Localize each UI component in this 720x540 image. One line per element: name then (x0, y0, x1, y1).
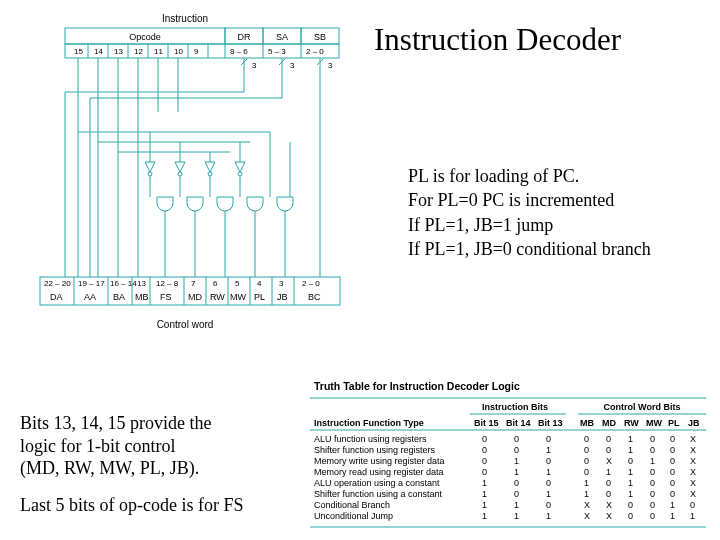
note-line: Bits 13, 14, 15 provide the (20, 412, 300, 435)
table-cell: 0 (670, 445, 675, 455)
table-cell: 1 (670, 500, 675, 510)
table-cell: 1 (628, 467, 633, 477)
table-cell: X (584, 511, 590, 521)
svg-text:DA: DA (50, 292, 63, 302)
table-cell: 1 (628, 478, 633, 488)
svg-text:14: 14 (94, 47, 103, 56)
table-cell: 0 (628, 500, 633, 510)
table-cell: X (584, 500, 590, 510)
table-cell: 0 (514, 445, 519, 455)
table-cell: 1 (546, 467, 551, 477)
table-cell: X (690, 478, 696, 488)
note-line: logic for 1-bit control (20, 435, 300, 458)
svg-text:Bit 15: Bit 15 (474, 418, 499, 428)
table-cell: X (690, 489, 696, 499)
bus-widths: 3 3 3 (241, 58, 333, 72)
side-line: If PL=1, JB=0 conditional branch (408, 237, 651, 261)
diag-bottom-label: Control word (157, 319, 214, 330)
svg-text:15: 15 (74, 47, 83, 56)
table-cell: 1 (546, 489, 551, 499)
side-line: PL is for loading of PC. (408, 164, 651, 188)
table-cell: X (690, 445, 696, 455)
svg-text:PL: PL (668, 418, 680, 428)
svg-text:19 – 17: 19 – 17 (78, 279, 105, 288)
cw-bit-labels: 22 – 20 19 – 17 16 – 14 13 12 – 8 7 6 5 … (44, 279, 320, 288)
svg-text:MD: MD (188, 292, 202, 302)
table-cell: 0 (670, 489, 675, 499)
table-cell: X (606, 500, 612, 510)
table-cell: 0 (650, 434, 655, 444)
table-cell: 0 (514, 434, 519, 444)
field-opcode: Opcode (129, 32, 161, 42)
svg-text:AA: AA (84, 292, 96, 302)
table-cell: 0 (628, 511, 633, 521)
table-cell: 0 (482, 445, 487, 455)
svg-text:RW: RW (210, 292, 225, 302)
table-cell: X (606, 511, 612, 521)
note-line: (MD, RW, MW, PL, JB). (20, 457, 300, 480)
side-line: For PL=0 PC is incremented (408, 188, 651, 212)
svg-text:16 – 14: 16 – 14 (110, 279, 137, 288)
table-cell: 1 (628, 489, 633, 499)
table-cell: 1 (514, 467, 519, 477)
table-cell: 0 (690, 500, 695, 510)
table-cell: 0 (546, 500, 551, 510)
svg-text:Bit 14: Bit 14 (506, 418, 531, 428)
svg-text:MW: MW (646, 418, 662, 428)
side-notes: PL is for loading of PC. For PL=0 PC is … (408, 164, 651, 261)
svg-text:MD: MD (602, 418, 616, 428)
table-cell: 0 (514, 478, 519, 488)
svg-rect-5 (65, 44, 339, 58)
th-group: Instruction Bits (482, 402, 548, 412)
svg-text:5: 5 (235, 279, 240, 288)
table-cell: 1 (628, 445, 633, 455)
table-cell: Unconditional Jump (314, 511, 393, 521)
table-cell: Conditional Branch (314, 500, 390, 510)
table-cell: ALU function using registers (314, 434, 427, 444)
cw-field-labels: DA AA BA MB FS MD RW MW PL JB BC (50, 292, 321, 302)
table-cell: 0 (606, 434, 611, 444)
table-cell: 1 (482, 511, 487, 521)
table-cell: 0 (482, 456, 487, 466)
svg-text:12: 12 (134, 47, 143, 56)
svg-text:JB: JB (277, 292, 288, 302)
svg-text:2 – 0: 2 – 0 (302, 279, 320, 288)
table-cell: 0 (628, 456, 633, 466)
table-cell: 1 (514, 500, 519, 510)
table-cell: 0 (670, 478, 675, 488)
table-cell: Shifter function using registers (314, 445, 436, 455)
table-cell: 0 (650, 445, 655, 455)
field-dr: DR (238, 32, 251, 42)
note-line: Last 5 bits of op-code is for FS (20, 494, 300, 517)
page-title: Instruction Decoder (374, 22, 621, 58)
table-cell: 1 (628, 434, 633, 444)
svg-text:22 – 20: 22 – 20 (44, 279, 71, 288)
table-cell: 0 (584, 434, 589, 444)
and-gates (157, 197, 293, 211)
wires (65, 58, 320, 277)
decoder-diagram: Instruction Opcode DR SA SB 15 14 13 12 … (30, 12, 350, 342)
table-cell: 1 (482, 489, 487, 499)
svg-text:JB: JB (688, 418, 700, 428)
table-cell: 0 (650, 478, 655, 488)
diag-top-label: Instruction (162, 13, 208, 24)
svg-text:9: 9 (194, 47, 199, 56)
top-bit-labels: 15 14 13 12 11 10 9 8 – 6 5 – 3 2 – 0 (74, 47, 324, 56)
svg-text:6: 6 (213, 279, 218, 288)
table-caption: Truth Table for Instruction Decoder Logi… (314, 380, 520, 392)
inverters (145, 162, 245, 176)
svg-text:12 – 8: 12 – 8 (156, 279, 179, 288)
table-cell: 1 (514, 456, 519, 466)
svg-text:PL: PL (254, 292, 265, 302)
table-cell: X (606, 456, 612, 466)
table-cell: 0 (670, 434, 675, 444)
truth-table: Truth Table for Instruction Decoder Logi… (310, 378, 710, 534)
table-cell: Shifter function using a constant (314, 489, 443, 499)
svg-text:Instruction Function Type: Instruction Function Type (314, 418, 424, 428)
table-cell: Memory read using register data (314, 467, 444, 477)
table-cell: 0 (650, 489, 655, 499)
table-cell: 1 (584, 489, 589, 499)
svg-text:7: 7 (191, 279, 196, 288)
table-cell: 0 (606, 445, 611, 455)
svg-text:FS: FS (160, 292, 172, 302)
